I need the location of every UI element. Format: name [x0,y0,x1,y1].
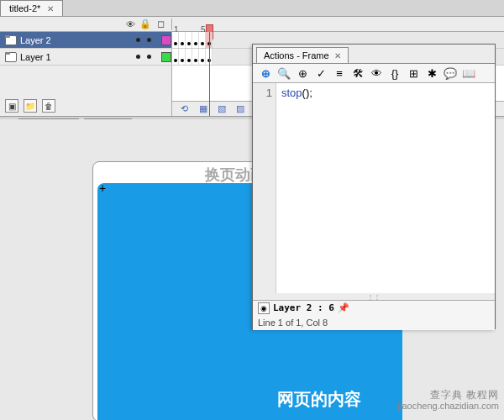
actions-panel: Actions - Frame ✕ ⊕ 🔍 ⊕ ✓ ≡ 🛠 👁 {} ⊞ ✱ 💬… [252,44,496,329]
panel-drag-handle[interactable]: ⋮⋮ [253,293,495,300]
layer-name: Layer 2 [20,35,133,45]
auto-format-button[interactable]: ≡ [332,66,347,81]
collapse-button[interactable]: {} [387,66,402,81]
onion-skin-outlines-icon[interactable]: ▧ [218,103,229,115]
layer-color-swatch[interactable] [161,35,171,45]
pin-icon[interactable]: ◉ [258,302,270,314]
check-syntax-button[interactable]: ✓ [313,66,328,81]
layer-name: Layer 1 [20,52,133,62]
outline-icon[interactable]: ◻ [155,18,166,30]
document-tab-bar: titled-2* ✕ [0,0,504,17]
new-layer-button[interactable]: ▣ [5,99,18,113]
show-hint-button[interactable]: 🛠 [350,66,365,81]
lock-icon[interactable]: 🔒 [139,18,151,30]
actions-code-editor[interactable]: 1 stop(); [253,83,495,293]
target-button[interactable]: ⊕ [295,66,310,81]
edit-multiple-icon[interactable]: ▨ [236,103,248,115]
comment-button[interactable]: 💬 [443,66,458,81]
actions-status-text: Line 1 of 1, Col 8 [258,318,328,328]
watermark-line1: 查字典 教程网 [398,390,499,401]
pushpin-icon[interactable]: 📌 [338,302,349,313]
code-gutter: 1 [253,83,276,293]
apply-button[interactable]: ✱ [424,66,439,81]
watermark-line2: jiaocheng.chazidian.com [398,401,499,412]
actions-status-bar: Line 1 of 1, Col 8 [253,315,495,330]
debug-button[interactable]: 👁 [369,66,384,81]
watermark: 查字典 教程网 jiaocheng.chazidian.com [398,390,499,412]
actions-target-label: Layer 2 : 6 [273,302,334,313]
code-keyword: stop [281,87,302,99]
layer-icon [5,52,17,62]
close-icon[interactable]: ✕ [47,4,54,13]
document-tab[interactable]: titled-2* ✕ [0,0,63,16]
actions-toolbar: ⊕ 🔍 ⊕ ✓ ≡ 🛠 👁 {} ⊞ ✱ 💬 📖 [253,63,495,83]
find-button[interactable]: 🔍 [276,66,291,81]
close-icon[interactable]: ✕ [334,51,341,60]
registration-cross-icon: + [99,181,106,195]
layer-icon [5,35,17,45]
new-folder-button[interactable]: 📁 [24,99,37,113]
timeline-header-icons: 👁 🔒 ◻ [0,18,172,30]
delete-layer-button[interactable]: 🗑 [42,99,55,113]
line-number: 1 [253,87,272,99]
onion-skin-icon[interactable]: ⟲ [181,103,192,115]
layer-frames[interactable] [172,32,213,48]
actions-target-bar: ◉ Layer 2 : 6 📌 [253,300,495,315]
code-rest: (); [302,87,312,99]
layer-color-swatch[interactable] [161,52,171,62]
reference-button[interactable]: 📖 [461,66,476,81]
actions-tab-title: Actions - Frame [264,50,329,60]
document-tab-title: titled-2* [9,3,40,13]
eye-icon[interactable]: 👁 [124,18,136,30]
actions-tab[interactable]: Actions - Frame ✕ [256,47,349,63]
timeline-header: 👁 🔒 ◻ 1 5 [0,17,504,32]
code-text[interactable]: stop(); [276,83,495,293]
layer-frames[interactable] [172,49,213,65]
expand-button[interactable]: ⊞ [406,66,421,81]
add-action-button[interactable]: ⊕ [258,66,273,81]
